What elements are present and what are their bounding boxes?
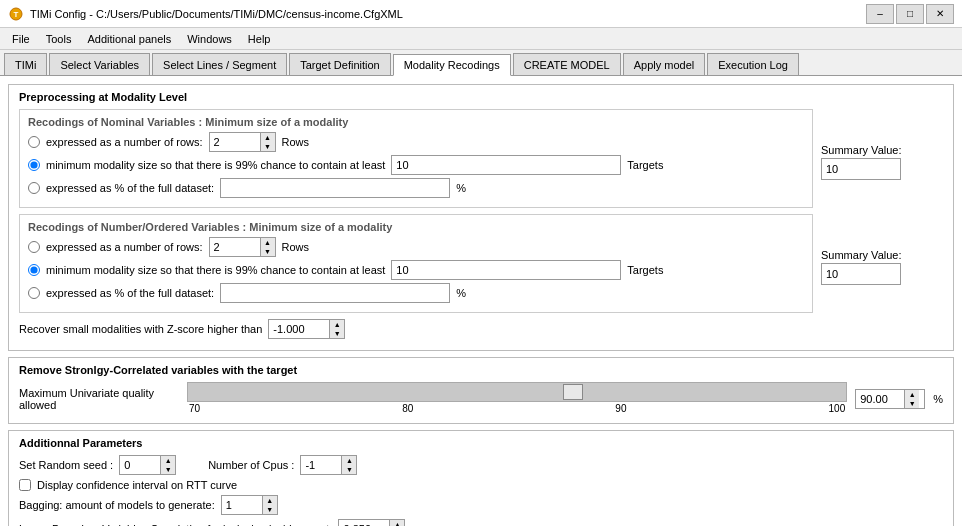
nominal-subsection: Recodings of Nominal Variables : Minimum… (19, 109, 813, 208)
lower-bound-input[interactable] (339, 520, 389, 526)
menu-windows[interactable]: Windows (179, 31, 240, 47)
content-area: Preprocessing at Modality Level Recoding… (0, 76, 962, 526)
slider-unit: % (933, 393, 943, 405)
cpus-label: Number of Cpus : (208, 459, 294, 471)
nominal-summary-label: Summary Value: (821, 144, 902, 156)
seed-up[interactable]: ▲ (161, 456, 175, 465)
nominal-unit1: Rows (282, 136, 310, 148)
nominal-up1[interactable]: ▲ (261, 133, 275, 142)
tab-execution-log[interactable]: Execution Log (707, 53, 799, 75)
nominal-input1[interactable] (210, 133, 260, 151)
maximize-button[interactable]: □ (896, 4, 924, 24)
seed-cpus-row: Set Random seed : ▲ ▼ Number of Cpus : ▲… (19, 455, 943, 475)
nominal-radio3[interactable] (28, 182, 40, 194)
ordered-subsection: Recodings of Number/Ordered Variables : … (19, 214, 813, 313)
slider-value-input[interactable] (856, 390, 904, 408)
menu-help[interactable]: Help (240, 31, 279, 47)
ordered-down1[interactable]: ▼ (261, 247, 275, 256)
ordered-title: Recodings of Number/Ordered Variables : … (28, 221, 804, 233)
ordered-unit2: Targets (627, 264, 663, 276)
app-icon: T (8, 6, 24, 22)
slider-thumb[interactable] (563, 384, 583, 400)
svg-text:T: T (14, 10, 19, 19)
slider-tick-labels: 70 80 90 100 (187, 402, 847, 415)
nominal-radio2[interactable] (28, 159, 40, 171)
bagging-input[interactable] (222, 496, 262, 514)
seed-arrows: ▲ ▼ (160, 456, 175, 474)
ordered-summary-value: 10 (821, 263, 901, 285)
minimize-button[interactable]: – (866, 4, 894, 24)
nominal-label2: minimum modality size so that there is 9… (46, 159, 385, 171)
bagging-up[interactable]: ▲ (263, 496, 277, 505)
ordered-arrows1: ▲ ▼ (260, 238, 275, 256)
zscore-input[interactable] (269, 320, 329, 338)
slider-down[interactable]: ▼ (905, 399, 919, 408)
ordered-summary-box: Summary Value: 10 (821, 249, 902, 285)
menu-tools[interactable]: Tools (38, 31, 80, 47)
ordered-row1: expressed as a number of rows: ▲ ▼ Rows (28, 237, 804, 257)
nominal-spin1[interactable]: ▲ ▼ (209, 132, 276, 152)
slider-up[interactable]: ▲ (905, 390, 919, 399)
close-button[interactable]: ✕ (926, 4, 954, 24)
cpus-down[interactable]: ▼ (342, 465, 356, 474)
ordered-input2[interactable] (391, 260, 621, 280)
zscore-spin[interactable]: ▲ ▼ (268, 319, 345, 339)
lower-bound-spin[interactable]: ▲ ▼ (338, 519, 405, 526)
cpus-up[interactable]: ▲ (342, 456, 356, 465)
tick-70: 70 (189, 403, 200, 414)
ordered-summary-label: Summary Value: (821, 249, 902, 261)
ordered-up1[interactable]: ▲ (261, 238, 275, 247)
ordered-unit3: % (456, 287, 466, 299)
ordered-radio3[interactable] (28, 287, 40, 299)
lower-bound-up[interactable]: ▲ (390, 520, 404, 526)
zscore-down[interactable]: ▼ (330, 329, 344, 338)
tab-create-model[interactable]: CREATE MODEL (513, 53, 621, 75)
bagging-down[interactable]: ▼ (263, 505, 277, 514)
nominal-summary-side: Summary Value: 10 (813, 109, 943, 214)
tab-select-lines-segment[interactable]: Select Lines / Segment (152, 53, 287, 75)
zscore-up[interactable]: ▲ (330, 320, 344, 329)
ordered-spin1[interactable]: ▲ ▼ (209, 237, 276, 257)
tab-apply-model[interactable]: Apply model (623, 53, 706, 75)
ordered-label1: expressed as a number of rows: (46, 241, 203, 253)
seed-spin[interactable]: ▲ ▼ (119, 455, 176, 475)
preprocessing-section: Preprocessing at Modality Level Recoding… (8, 84, 954, 351)
cpus-arrows: ▲ ▼ (341, 456, 356, 474)
nominal-summary-value: 10 (821, 158, 901, 180)
seed-down[interactable]: ▼ (161, 465, 175, 474)
tick-90: 90 (615, 403, 626, 414)
menu-file[interactable]: File (4, 31, 38, 47)
ordered-unit1: Rows (282, 241, 310, 253)
slider-label: Maximum Univariate quality allowed (19, 387, 179, 411)
tab-modality-recodings[interactable]: Modality Recodings (393, 54, 511, 76)
slider-value-spin[interactable]: ▲ ▼ (855, 389, 925, 409)
tab-select-variables[interactable]: Select Variables (49, 53, 150, 75)
ordered-radio2[interactable] (28, 264, 40, 276)
slider-track[interactable] (187, 382, 847, 402)
ordered-input3[interactable] (220, 283, 450, 303)
ordered-radio1[interactable] (28, 241, 40, 253)
nominal-summary-box: Summary Value: 10 (821, 144, 902, 180)
tab-target-definition[interactable]: Target Definition (289, 53, 391, 75)
nominal-row1: expressed as a number of rows: ▲ ▼ Rows (28, 132, 804, 152)
nominal-input3[interactable] (220, 178, 450, 198)
nominal-input2[interactable] (391, 155, 621, 175)
tab-timi[interactable]: TIMi (4, 53, 47, 75)
menu-additional-panels[interactable]: Additional panels (79, 31, 179, 47)
tick-100: 100 (829, 403, 846, 414)
bagging-spin[interactable]: ▲ ▼ (221, 495, 278, 515)
confidence-checkbox[interactable] (19, 479, 31, 491)
seed-input[interactable] (120, 456, 160, 474)
nominal-down1[interactable]: ▼ (261, 142, 275, 151)
nominal-radio1[interactable] (28, 136, 40, 148)
cpus-input[interactable] (301, 456, 341, 474)
cpus-spin[interactable]: ▲ ▼ (300, 455, 357, 475)
correlated-section: Remove Stronlgy-Correlated variables wit… (8, 357, 954, 424)
window-controls: – □ ✕ (866, 4, 954, 24)
nominal-label3: expressed as % of the full dataset: (46, 182, 214, 194)
slider-container: 70 80 90 100 (187, 382, 847, 415)
nominal-title: Recodings of Nominal Variables : Minimum… (28, 116, 804, 128)
nominal-row2: minimum modality size so that there is 9… (28, 155, 804, 175)
ordered-input1[interactable] (210, 238, 260, 256)
correlated-title: Remove Stronlgy-Correlated variables wit… (19, 364, 943, 376)
